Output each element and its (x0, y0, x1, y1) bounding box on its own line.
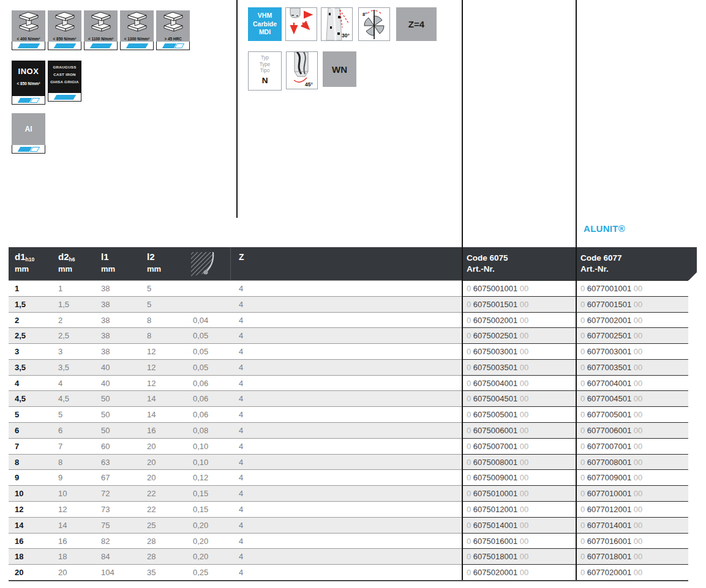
table-row: 20 20 104 35 0,25 4 0 6075020001 00 0 60… (9, 564, 688, 580)
header-divider (230, 247, 231, 280)
cell-corner-radius: 0,05 (193, 328, 208, 344)
row-dimensions: 2 2 38 8 0,04 4 (9, 312, 462, 328)
cell-d2: 10 (58, 486, 67, 502)
suitability-parallelogram (17, 43, 40, 48)
row-dimensions: 1 1 38 5 4 (9, 280, 462, 296)
inox-strength-label: < 850 N/mm² (12, 81, 45, 86)
cell-l1: 38 (101, 297, 110, 313)
cell-code-6077: 0 6077003501 00 (576, 359, 688, 375)
material-suitability-tile: < 1300 N/mm² (120, 9, 154, 50)
cell-z: 4 (239, 391, 243, 407)
cell-code-6077: 0 6077010001 00 (576, 485, 688, 501)
cell-code-6075: 0 6075009001 00 (462, 469, 576, 485)
cell-z: 4 (239, 518, 243, 534)
suitability-strip (12, 145, 45, 154)
cell-z: 4 (239, 486, 243, 502)
cell-code-6075: 0 6075010001 00 (462, 485, 576, 501)
cell-corner-radius: 0,15 (193, 486, 208, 502)
aluminium-label: Al (12, 113, 45, 145)
type-box: Typ Type Tipo N (248, 51, 282, 91)
cell-d2: 5 (58, 407, 62, 423)
type-value-label: N (249, 76, 281, 85)
cell-l2: 20 (147, 439, 156, 455)
table-row: 6 6 50 16 0,08 4 0 6075006001 00 0 60770… (9, 422, 688, 438)
cell-z: 4 (239, 328, 243, 344)
cell-code-6077: 0 6077012001 00 (576, 501, 688, 517)
table-header: d1h10 mm d2h6 mm l1 mm l2 mm Z Code 6075 (9, 247, 697, 280)
table-row: 1,5 1,5 38 5 4 0 6075001501 00 0 6077001… (9, 296, 688, 312)
cell-code-6075: 0 6075016001 00 (462, 533, 576, 549)
cell-code-6077: 0 6077004001 00 (576, 375, 688, 391)
cell-corner-radius: 0,12 (193, 470, 208, 486)
row-dimensions: 7 7 60 20 0,10 4 (9, 438, 462, 454)
suitability-parallelogram (17, 98, 40, 103)
header-code-6077: Code 6077 Art.-Nr. (580, 253, 622, 275)
cell-z: 4 (239, 565, 243, 581)
cell-d2: 2,5 (58, 328, 69, 344)
cell-z: 4 (239, 376, 243, 392)
cell-l2: 5 (147, 281, 151, 297)
row-dimensions: 16 16 82 28 0,20 4 (9, 533, 462, 549)
cell-l2: 12 (147, 376, 156, 392)
cell-code-6075: 0 6075012001 00 (462, 501, 576, 517)
cell-z: 4 (239, 423, 243, 439)
suitability-strip (120, 42, 154, 50)
cell-d1: 3,5 (15, 360, 26, 376)
table-row: 5 5 50 14 0,06 4 0 6075005001 00 0 60770… (9, 406, 688, 422)
cell-l2: 8 (147, 313, 151, 329)
cell-d1: 20 (15, 565, 23, 581)
cell-d1: 16 (15, 534, 23, 549)
section-divider-line (236, 0, 238, 218)
table-row: 12 12 73 22 0,15 4 0 6075012001 00 0 607… (9, 501, 688, 517)
cell-code-6075: 0 6075002501 00 (462, 327, 576, 343)
suitability-strip (48, 93, 81, 102)
table-row: 4,5 4,5 50 14 0,06 4 0 6075004501 00 0 6… (9, 390, 688, 406)
cell-corner-radius: 0,06 (193, 407, 208, 423)
aluminium-tile: Al (12, 113, 45, 154)
cell-z: 4 (239, 281, 243, 297)
steel-beam-icon: < 1300 N/mm² (120, 10, 154, 42)
cell-code-6075: 0 6075004501 00 (462, 390, 576, 406)
flute-count-label: Z=4 (408, 19, 424, 29)
suitability-strip (156, 42, 190, 50)
helix-angle-label: 30° (342, 32, 350, 39)
cell-code-6077: 0 6077002001 00 (576, 312, 688, 328)
cell-code-6077: 0 6077001001 00 (576, 280, 688, 296)
suitability-parallelogram (17, 147, 40, 152)
carbide-material-box: VHM Carbide MDI (248, 7, 282, 41)
cell-l2: 35 (147, 565, 156, 581)
milling-directions-icon (285, 7, 317, 41)
cell-corner-radius: 0,06 (193, 391, 208, 407)
table-row: 8 8 63 20 0,10 4 0 6075008001 00 0 60770… (9, 454, 688, 470)
cell-l1: 63 (101, 455, 110, 471)
header-d1: d1h10 mm (15, 251, 34, 274)
cell-d1: 2,5 (15, 328, 26, 344)
cell-corner-radius: 0,05 (193, 344, 208, 360)
cell-d2: 20 (58, 565, 67, 581)
cell-d2: 4 (58, 376, 62, 392)
suitability-parallelogram (53, 95, 76, 100)
cell-d2: 16 (58, 534, 67, 549)
cell-code-6075: 0 6075003501 00 (462, 359, 576, 375)
material-strength-label: < 400 N/mm² (12, 37, 45, 41)
cell-d1: 8 (15, 455, 19, 471)
cell-code-6075: 0 6075005001 00 (462, 406, 576, 422)
cell-d2: 18 (58, 549, 67, 565)
cast-iron-label-de: GRAUGUSS (48, 64, 81, 71)
row-dimensions: 9 9 67 20 0,12 4 (9, 469, 462, 485)
cell-l2: 20 (147, 455, 156, 471)
steel-beam-icon: > 45 HRC (156, 10, 190, 42)
cell-l1: 38 (101, 313, 110, 329)
cell-code-6077: 0 6077014001 00 (576, 517, 688, 533)
cell-code-6077: 0 6077002501 00 (576, 327, 688, 343)
column-line-code-6077 (576, 0, 577, 580)
cell-code-6075: 0 6075002001 00 (462, 312, 576, 328)
cell-d2: 1 (58, 281, 62, 297)
material-strength-label: < 1300 N/mm² (120, 37, 154, 41)
cell-z: 4 (239, 534, 243, 549)
cell-d2: 3,5 (58, 360, 69, 376)
material-strength-label: > 45 HRC (156, 37, 190, 41)
row-dimensions: 4 4 40 12 0,06 4 (9, 375, 462, 391)
cell-z: 4 (239, 313, 243, 329)
table-row: 18 18 84 28 0,20 4 0 6075018001 00 0 607… (9, 548, 688, 564)
